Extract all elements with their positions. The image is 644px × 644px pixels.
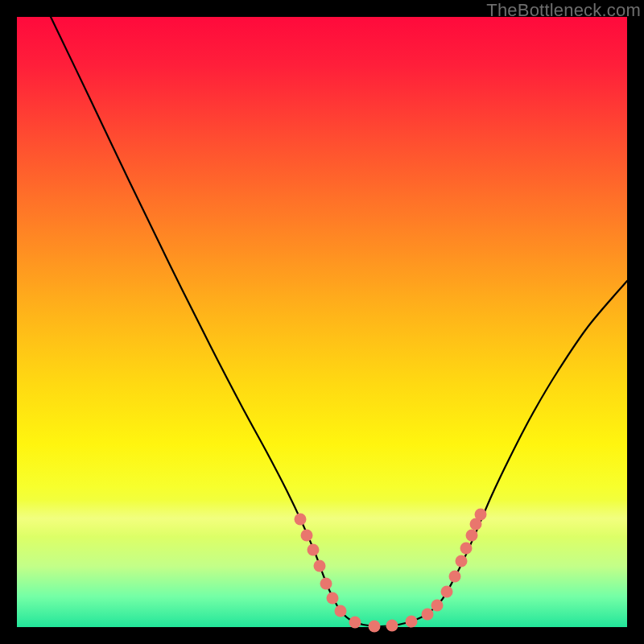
curve-dot <box>314 560 326 572</box>
curve-dot <box>327 592 339 605</box>
curve-dot <box>441 586 453 598</box>
curve-dot <box>449 571 461 583</box>
curve-dot <box>406 616 418 628</box>
curve-dot <box>301 530 313 542</box>
curve-dot <box>320 578 332 590</box>
bottleneck-curve <box>51 17 627 626</box>
chart-frame <box>17 17 627 627</box>
chart-svg <box>17 17 627 627</box>
curve-dot <box>386 620 398 632</box>
curve-dot <box>456 555 468 568</box>
curve-dot <box>431 600 444 612</box>
curve-dot <box>475 509 487 521</box>
curve-dot <box>422 609 434 621</box>
curve-dot <box>349 617 361 629</box>
curve-dot <box>369 621 381 633</box>
watermark-text: TheBottleneck.com <box>486 0 641 21</box>
curve-dot <box>308 544 320 556</box>
curve-dot <box>295 514 307 526</box>
curve-dot <box>460 543 473 555</box>
curve-dot <box>466 530 478 542</box>
curve-dot <box>335 605 347 617</box>
